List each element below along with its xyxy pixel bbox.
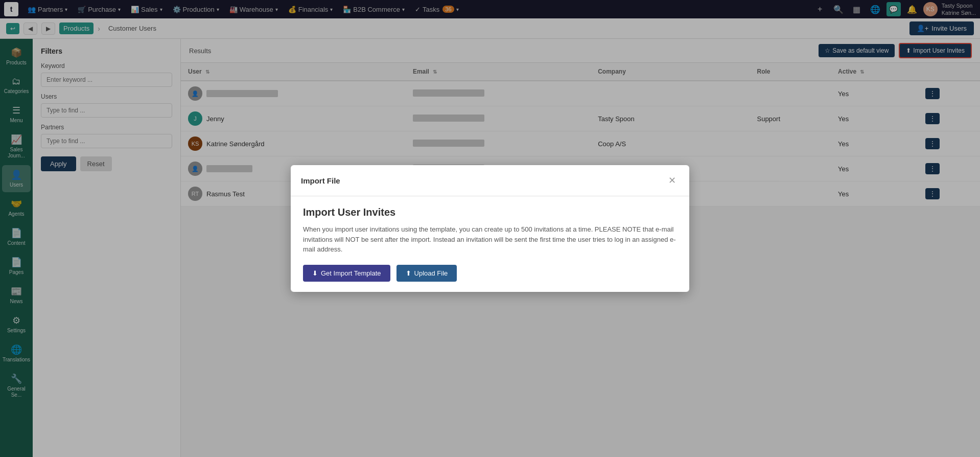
modal-close-button[interactable]: ✕ (665, 173, 679, 188)
modal-overlay[interactable]: Import File ✕ Import User Invites When y… (0, 0, 980, 457)
modal-header: Import File ✕ (291, 165, 689, 196)
modal-actions: ⬇ Get Import Template ⬆ Upload File (303, 265, 677, 282)
import-file-modal: Import File ✕ Import User Invites When y… (291, 165, 689, 292)
modal-section-title: Import User Invites (303, 207, 677, 218)
modal-description: When you import user invitations using t… (303, 224, 677, 255)
upload-icon: ⬆ (406, 269, 411, 277)
upload-file-button[interactable]: ⬆ Upload File (396, 265, 457, 282)
modal-title: Import File (301, 176, 340, 185)
download-icon: ⬇ (312, 269, 318, 277)
modal-body: Import User Invites When you import user… (291, 196, 689, 292)
get-import-template-button[interactable]: ⬇ Get Import Template (303, 265, 390, 282)
